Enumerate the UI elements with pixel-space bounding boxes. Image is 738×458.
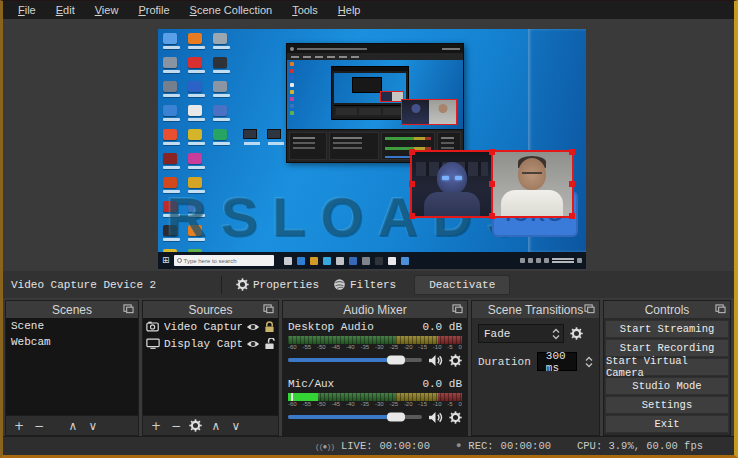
transition-select[interactable]: Fade — [478, 324, 564, 343]
captured-search-box: Type here to search — [174, 255, 274, 266]
selection-handle[interactable] — [409, 181, 415, 187]
selection-handle[interactable] — [409, 213, 415, 219]
add-scene-button[interactable]: + — [12, 420, 26, 432]
deactivate-button[interactable]: Deactivate — [414, 275, 510, 295]
taskbar-icon — [297, 257, 305, 265]
visibility-eye-icon[interactable] — [246, 339, 260, 349]
menu-item[interactable]: View — [86, 3, 128, 17]
source-row-display-capture[interactable]: Display Capture — [143, 335, 278, 352]
webcam-feed-right[interactable] — [492, 152, 572, 216]
slider-knob[interactable] — [387, 413, 405, 422]
menu-item[interactable]: Profile — [129, 3, 178, 17]
lock-closed-icon[interactable] — [264, 321, 275, 333]
camera-icon — [146, 321, 160, 332]
webcam-feed-left[interactable] — [412, 152, 492, 216]
panel-menu-icon[interactable] — [452, 304, 463, 314]
transitions-panel-header[interactable]: Scene Transitions — [472, 301, 599, 318]
source-row-video-capture[interactable]: Video Capture Device 2 — [143, 318, 278, 335]
broadcast-icon: ((●)) — [315, 442, 334, 451]
taskbar-icon — [284, 257, 292, 265]
remove-source-button[interactable]: − — [169, 420, 183, 432]
volume-meter — [288, 393, 462, 401]
panel-menu-icon[interactable] — [584, 304, 595, 314]
mixer-panel-header[interactable]: Audio Mixer — [283, 301, 467, 318]
controls-panel-header[interactable]: Controls — [604, 301, 730, 318]
volume-slider[interactable] — [288, 358, 422, 362]
menu-item[interactable]: Tools — [283, 3, 327, 17]
menu-item[interactable]: Scene Collection — [181, 3, 282, 17]
add-source-button[interactable]: + — [149, 420, 163, 432]
gear-icon[interactable] — [449, 411, 462, 424]
preview-canvas[interactable]: RSLOADS .ORG ⊞ Type here to search — [158, 29, 586, 269]
menu-item[interactable]: Edit — [47, 3, 84, 17]
move-source-down-button[interactable]: ∨ — [229, 420, 243, 432]
track-level: 0.0 dB — [422, 378, 462, 392]
menu-bar: FileEditViewProfileScene CollectionTools… — [3, 1, 734, 19]
duration-input[interactable]: 300 ms — [537, 352, 577, 371]
slider-knob[interactable] — [387, 356, 405, 365]
taskbar-icon — [349, 257, 357, 265]
spinner-arrows-icon[interactable] — [585, 356, 593, 368]
panel-menu-icon[interactable] — [123, 304, 134, 314]
sources-panel: Sources Video Capture Device 2 Display C… — [142, 300, 279, 436]
speaker-icon[interactable] — [428, 354, 443, 367]
scene-list-item[interactable]: Webcam — [6, 334, 138, 350]
selection-handle[interactable] — [489, 149, 495, 155]
scenes-panel-header[interactable]: Scenes — [6, 301, 138, 318]
desktop-icons-extra — [243, 129, 281, 139]
desktop-icon — [213, 129, 227, 140]
filters-icon — [333, 278, 346, 291]
source-toolbar: Video Capture Device 2 Properties Filter… — [3, 271, 734, 298]
monitor-icon — [146, 338, 160, 349]
selection-handle[interactable] — [569, 181, 575, 187]
menu-item[interactable]: File — [9, 3, 45, 17]
properties-button[interactable]: Properties — [232, 274, 329, 296]
divider — [221, 276, 222, 294]
taskbar-icon — [323, 257, 331, 265]
desktop-icon — [213, 57, 227, 68]
control-button[interactable]: Studio Mode — [605, 377, 729, 395]
volume-slider[interactable] — [288, 415, 422, 419]
desktop-icon — [163, 33, 177, 44]
taskbar-icon — [375, 257, 383, 265]
meter-scale: -60-55-50-45-40-35-30-25-20-15-10-50 — [288, 401, 462, 408]
desktop-icon — [213, 81, 227, 92]
captured-webcam-pair — [401, 99, 457, 125]
desktop-icon — [163, 201, 177, 212]
control-button[interactable]: Start Virtual Camera — [605, 358, 729, 376]
sources-toolbar: + − ∧ ∨ — [143, 415, 278, 435]
gear-icon[interactable] — [449, 354, 462, 367]
sources-panel-header[interactable]: Sources — [143, 301, 278, 318]
selection-handle[interactable] — [569, 213, 575, 219]
selection-handle[interactable] — [489, 213, 495, 219]
move-source-up-button[interactable]: ∧ — [209, 420, 223, 432]
speaker-icon[interactable] — [428, 411, 443, 424]
filters-button[interactable]: Filters — [329, 274, 406, 296]
control-button[interactable]: Settings — [605, 396, 729, 414]
control-button[interactable]: Start Streaming — [605, 320, 729, 338]
obs-studio-window: FileEditViewProfileScene CollectionTools… — [0, 0, 738, 458]
desktop-icon — [188, 153, 202, 164]
desktop-icon — [163, 57, 177, 68]
selection-handle[interactable] — [569, 149, 575, 155]
selection-handle[interactable] — [409, 149, 415, 155]
selection-handle[interactable] — [489, 181, 495, 187]
rec-time: 00:00:00 — [501, 440, 551, 452]
source-properties-gear-icon[interactable] — [189, 419, 203, 432]
panel-menu-icon[interactable] — [263, 304, 274, 314]
lock-open-icon[interactable] — [264, 338, 275, 350]
selected-webcam-sources[interactable] — [410, 150, 574, 218]
desktop-icon — [188, 225, 202, 236]
menu-item[interactable]: Help — [329, 3, 370, 17]
taskbar-icon — [388, 257, 396, 265]
transition-gear-icon[interactable] — [570, 327, 583, 340]
panel-menu-icon[interactable] — [715, 304, 726, 314]
remove-scene-button[interactable]: − — [32, 420, 46, 432]
move-scene-down-button[interactable]: ∨ — [86, 420, 100, 432]
scene-transitions-panel: Scene Transitions Fade Duration 300 ms — [471, 300, 600, 436]
dropdown-chevrons-icon — [552, 328, 563, 340]
control-button[interactable]: Exit — [605, 415, 729, 433]
scene-list-item[interactable]: Scene — [6, 318, 138, 334]
visibility-eye-icon[interactable] — [246, 322, 260, 332]
move-scene-up-button[interactable]: ∧ — [66, 420, 80, 432]
